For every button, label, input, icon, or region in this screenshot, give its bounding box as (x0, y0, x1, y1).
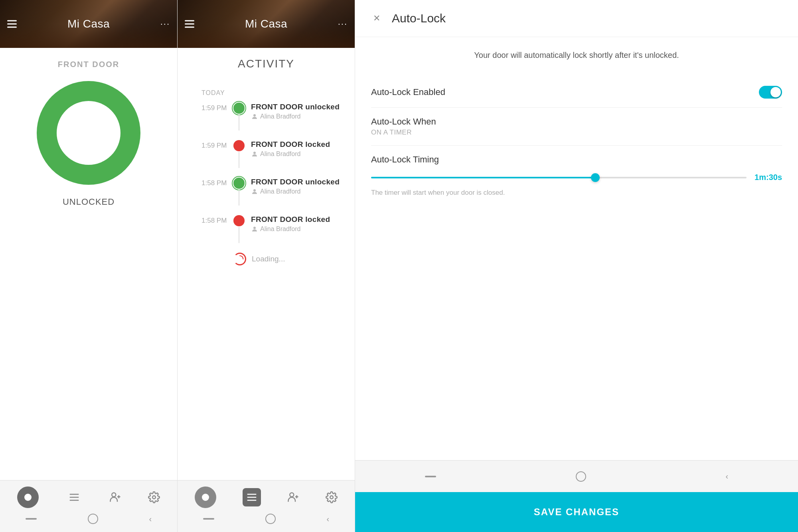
middle-person-add-icon (287, 491, 299, 503)
lock-status-label: UNLOCKED (63, 197, 115, 207)
middle-activity-list-icon-bg (243, 488, 261, 506)
middle-panel: Mi Casa ··· ACTIVITY TODAY 1:59 PM FRONT… (178, 0, 355, 532)
activity-event-4: FRONT DOOR locked (251, 215, 347, 224)
left-gesture-circle (88, 514, 98, 524)
middle-more-options-icon[interactable]: ··· (338, 19, 348, 29)
autolock-header: ✕ Auto-Lock (355, 0, 798, 37)
svg-point-0 (24, 494, 32, 501)
left-nav-activity[interactable] (65, 488, 83, 506)
autolock-enabled-row: Auto-Lock Enabled (371, 77, 782, 108)
activity-item-4: 1:58 PM FRONT DOOR locked Alina Bradford (201, 215, 347, 243)
activity-dot-locked-4 (233, 215, 245, 226)
left-menu-icon[interactable] (7, 20, 17, 28)
right-gesture-chevron: ‹ (725, 472, 728, 481)
right-panel: ✕ Auto-Lock Your door will automatically… (355, 0, 798, 532)
user-avatar-icon-3 (251, 188, 258, 195)
user-avatar-icon-2 (251, 150, 258, 158)
left-gesture-chevron: ‹ (149, 514, 152, 524)
middle-header-image: Mi Casa ··· (178, 0, 355, 48)
left-gesture-bar (26, 518, 37, 520)
right-nav-gestures: ‹ (355, 469, 798, 484)
activity-section: TODAY 1:59 PM FRONT DOOR unlocked Alina … (178, 81, 355, 480)
activity-content-3: FRONT DOOR unlocked Alina Bradford (251, 178, 347, 195)
left-header-title: Mi Casa (67, 18, 110, 30)
middle-nav-activity[interactable] (243, 488, 261, 506)
svg-point-7 (152, 496, 156, 499)
activity-line-3 (239, 190, 239, 206)
middle-nav-home[interactable] (195, 487, 216, 508)
svg-point-19 (330, 496, 333, 499)
activity-content-4: FRONT DOOR locked Alina Bradford (251, 215, 347, 233)
autolock-title: Auto-Lock (392, 12, 446, 25)
autolock-timing-slider[interactable] (371, 177, 747, 178)
lock-circle-unlocked[interactable] (37, 81, 140, 185)
middle-list-icon (246, 491, 258, 503)
activity-dot-locked-2 (233, 140, 245, 151)
activity-user-1: Alina Bradford (251, 113, 347, 120)
activity-event-2: FRONT DOOR locked (251, 140, 347, 149)
activity-item-3: 1:58 PM FRONT DOOR unlocked Alina Bradfo… (201, 178, 347, 206)
home-circle-icon (17, 487, 39, 508)
activity-line-2 (239, 152, 239, 168)
activity-user-2: Alina Bradford (251, 150, 347, 158)
right-gesture-bar (425, 476, 436, 477)
activity-event-3: FRONT DOOR unlocked (251, 178, 347, 186)
svg-point-11 (253, 227, 256, 229)
autolock-timing-value: 1m:30s (755, 173, 782, 182)
activity-user-3: Alina Bradford (251, 188, 347, 195)
middle-gesture-bar (203, 518, 214, 520)
autolock-when-label: Auto-Lock When (371, 117, 436, 127)
left-bottom-nav: ‹ (0, 480, 177, 532)
svg-point-16 (290, 493, 294, 497)
autolock-slider-row: 1m:30s (371, 173, 782, 182)
spinner-arc-icon (236, 255, 244, 263)
left-nav-home[interactable] (17, 487, 39, 508)
svg-point-9 (253, 152, 256, 154)
svg-point-12 (202, 494, 209, 501)
right-gesture-circle (576, 471, 586, 482)
left-nav-settings[interactable] (148, 491, 160, 503)
list-icon (68, 491, 80, 503)
activity-content-1: FRONT DOOR unlocked Alina Bradford (251, 103, 347, 120)
save-changes-button[interactable]: SAVE CHANGES (355, 492, 798, 532)
svg-point-10 (253, 189, 256, 192)
activity-content-2: FRONT DOOR locked Alina Bradford (251, 140, 347, 158)
autolock-enabled-toggle[interactable] (759, 86, 782, 99)
loading-spinner-icon (233, 253, 246, 265)
activity-user-4: Alina Bradford (251, 225, 347, 233)
left-nav-gestures: ‹ (0, 512, 177, 526)
activity-time-2: 1:59 PM (201, 140, 233, 150)
middle-menu-icon[interactable] (185, 20, 194, 28)
middle-gesture-chevron: ‹ (326, 514, 329, 524)
activity-dot-container-1 (233, 103, 245, 131)
activity-event-1: FRONT DOOR unlocked (251, 103, 347, 111)
autolock-spacer (355, 261, 798, 460)
middle-nav-icons (178, 487, 355, 508)
activity-dot-container-4 (233, 215, 245, 243)
middle-home-icon (195, 487, 216, 508)
left-nav-icons (0, 487, 177, 508)
autolock-when-content: Auto-Lock When ON A TIMER (371, 117, 436, 136)
autolock-timing-hint: The timer will start when your door is c… (371, 188, 782, 198)
middle-bottom-nav: ‹ (178, 480, 355, 532)
autolock-timing-label: Auto-Lock Timing (371, 154, 782, 165)
activity-today-label: TODAY (201, 89, 347, 97)
autolock-close-button[interactable]: ✕ (369, 11, 384, 26)
circle-filled-icon (23, 492, 33, 502)
activity-time-3: 1:58 PM (201, 178, 233, 187)
circle-icon (201, 492, 210, 502)
front-door-label: FRONT DOOR (58, 60, 119, 69)
autolock-enabled-label: Auto-Lock Enabled (371, 87, 445, 97)
middle-header-title: Mi Casa (245, 18, 287, 30)
activity-dot-container-3 (233, 178, 245, 206)
list-icon-container (65, 488, 83, 506)
activity-dot-unlocked-3 (233, 178, 245, 189)
left-more-options-icon[interactable]: ··· (160, 19, 170, 29)
middle-nav-users[interactable] (287, 491, 299, 503)
activity-time-1: 1:59 PM (201, 103, 233, 112)
left-nav-users[interactable] (109, 491, 121, 503)
activity-dot-container-2 (233, 140, 245, 168)
activity-title: ACTIVITY (178, 57, 355, 70)
middle-nav-settings[interactable] (326, 491, 338, 503)
loading-item: Loading... (233, 253, 347, 265)
